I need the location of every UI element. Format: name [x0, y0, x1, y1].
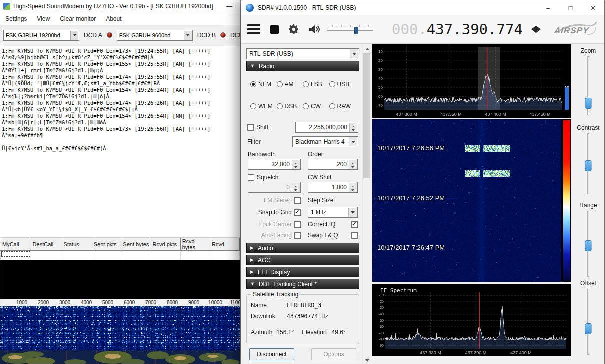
spinner-buttons[interactable] [292, 183, 300, 192]
table-cell[interactable] [180, 251, 210, 257]
frequency-value[interactable]: 437.390.774 [427, 22, 523, 37]
filter-select[interactable]: Blackman-Harris 4 [292, 136, 358, 147]
anti-fading-checkbox[interactable] [294, 232, 301, 239]
col-mycall[interactable]: MyCall [1, 238, 32, 251]
col-rcvd[interactable]: Rcvd [210, 238, 240, 251]
soundmodem-waterfall[interactable] [0, 306, 240, 350]
spinner-buttons[interactable] [350, 123, 358, 132]
mode-nfm[interactable]: NFM [250, 81, 277, 88]
maximize-button[interactable]: □ [560, 0, 582, 15]
packet-monitor[interactable]: 1:Fm K7MSU To K7MSU <UI R Pid=F0 Len=173… [0, 46, 240, 238]
expand-arrow-icon: ▼ [250, 64, 255, 68]
offset-slider[interactable] [588, 289, 590, 355]
squelch-checkbox[interactable] [248, 174, 254, 181]
mode-raw[interactable]: RAW [330, 103, 356, 110]
downlink-label: Downlink [251, 313, 287, 320]
table-cell[interactable] [210, 251, 240, 257]
section-header-dde-tracking[interactable]: ▼ DDE Tracking Client * [246, 279, 360, 289]
minimize-button[interactable]: — [222, 3, 237, 10]
col-status[interactable]: Status [62, 238, 92, 251]
correct-iq-checkbox[interactable] [352, 221, 358, 228]
squelch-input[interactable]: 0 [248, 182, 301, 193]
soundmodem-window: High-Speed SoundModem by UZ7HO - Ver 0.1… [0, 0, 240, 364]
modem-b-select[interactable]: FSK G3RUH 9600bd [117, 30, 193, 41]
col-rcvd-pkts[interactable]: Rcvd pkts [151, 238, 180, 251]
shift-checkbox[interactable] [248, 124, 254, 131]
lock-carrier-checkbox[interactable] [294, 221, 301, 228]
swap-iq-checkbox[interactable] [352, 232, 358, 239]
snap-to-grid-checkbox[interactable] [294, 209, 301, 216]
range-slider-thumb[interactable] [586, 240, 592, 251]
scroll-down-icon[interactable] [363, 356, 372, 364]
stop-button[interactable] [270, 25, 279, 34]
frequency-step-left-icon[interactable] [528, 26, 536, 33]
col-sent-bytes[interactable]: Sent bytes [122, 238, 151, 251]
chevron-down-icon[interactable] [348, 208, 357, 217]
options-button[interactable]: Options [312, 348, 356, 360]
table-cell[interactable] [92, 251, 122, 257]
col-destcall[interactable]: DestCall [31, 238, 62, 251]
fm-stereo-checkbox[interactable] [294, 197, 301, 204]
section-header-audio[interactable]: ▶ Audio [246, 243, 360, 253]
shift-input[interactable]: 2,256,000,000 [296, 122, 358, 133]
shift-value[interactable]: 2,256,000,000 [296, 124, 358, 131]
hamburger-menu-icon[interactable] [248, 24, 260, 34]
table-cell[interactable] [62, 251, 92, 257]
section-header-agc[interactable]: ▶ AGC [246, 255, 360, 265]
close-button[interactable]: ✕ [582, 0, 604, 15]
volume-slider[interactable] [327, 24, 373, 35]
contrast-slider-thumb[interactable] [586, 160, 592, 171]
col-sent-pkts[interactable]: Sent pkts [92, 238, 122, 251]
modem-a-select[interactable]: FSK G3RUH 19200bd [4, 30, 80, 41]
mode-lsb[interactable]: LSB [303, 81, 330, 88]
connections-table: MyCall DestCall Status Sent pkts Sent by… [0, 238, 240, 260]
table-cell-selected[interactable] [1, 251, 32, 257]
mode-wfm[interactable]: WFM [250, 103, 277, 110]
table-cell[interactable] [151, 251, 180, 257]
table-cell[interactable] [31, 251, 62, 257]
main-spectrum-canvas[interactable] [372, 44, 572, 118]
spinner-buttons[interactable] [349, 160, 357, 169]
frequency-display[interactable]: 000. 437.390.774 [392, 22, 523, 37]
minimize-button[interactable]: – [537, 0, 560, 15]
slider-track[interactable] [327, 30, 373, 31]
chevron-down-icon[interactable] [350, 49, 358, 58]
scrollbar-thumb[interactable] [364, 53, 370, 178]
frequency-step-right-icon[interactable] [536, 26, 544, 33]
menu-settings[interactable]: Settings [6, 15, 27, 22]
section-header-radio[interactable]: ▼ Radio [246, 61, 360, 71]
mode-dsb[interactable]: DSB [277, 103, 304, 110]
scroll-up-icon[interactable] [363, 44, 372, 53]
frequency-leading-zeros[interactable]: 000. [392, 22, 427, 37]
speaker-icon[interactable] [308, 24, 321, 35]
sidebar-scrollbar[interactable] [362, 44, 371, 364]
if-spectrum-canvas[interactable] [372, 284, 572, 356]
table-row[interactable] [1, 251, 240, 257]
offset-slider-thumb[interactable] [586, 323, 592, 334]
mode-cw[interactable]: CW [303, 103, 330, 110]
chevron-down-icon[interactable] [70, 31, 78, 40]
mode-am[interactable]: AM [277, 81, 304, 88]
order-input[interactable]: 200 [308, 159, 358, 170]
menu-clear-monitor[interactable]: Clear monitor [60, 15, 96, 22]
menu-view[interactable]: View [37, 15, 50, 22]
menu-about[interactable]: About [106, 15, 122, 22]
gear-icon[interactable] [288, 23, 300, 35]
zoom-slider-thumb[interactable] [586, 98, 592, 109]
disconnect-button[interactable]: Disconnect [250, 348, 294, 360]
bandwidth-input[interactable]: 32,000 [248, 159, 301, 170]
mode-usb[interactable]: USB [330, 81, 356, 88]
spinner-buttons[interactable] [292, 160, 300, 169]
table-cell[interactable] [122, 251, 151, 257]
spinner-buttons[interactable] [349, 183, 357, 192]
soundmodem-titlebar[interactable]: High-Speed SoundModem by UZ7HO - Ver 0.1… [0, 0, 240, 12]
step-size-select[interactable]: 1 kHz [308, 207, 358, 218]
volume-slider-thumb[interactable] [354, 27, 358, 34]
source-select[interactable]: RTL-SDR (USB) [246, 48, 360, 59]
chevron-down-icon[interactable] [184, 31, 192, 40]
sdrsharp-titlebar[interactable]: SDR# v1.0.0.1590 - RTL-SDR (USB) – □ ✕ [242, 0, 604, 15]
col-rcvd-bytes[interactable]: Rcvd bytes [180, 238, 210, 251]
chevron-down-icon[interactable] [349, 137, 358, 146]
section-header-fft-display[interactable]: ▶ FFT Display [246, 267, 360, 277]
cw-shift-input[interactable]: 1,000 [308, 182, 358, 193]
